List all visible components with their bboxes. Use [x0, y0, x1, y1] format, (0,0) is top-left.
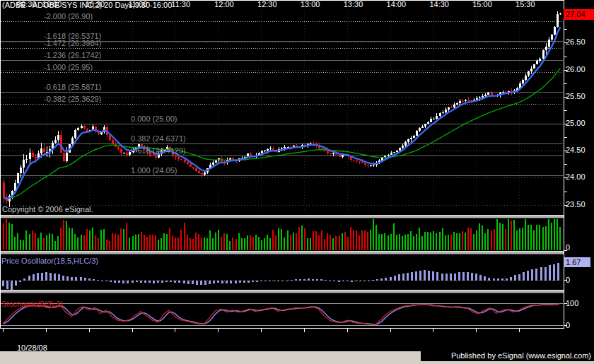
oscillator-zero-label: 0 — [566, 276, 570, 285]
time-axis-label: 12:00 — [214, 0, 234, 9]
volume-zero-label: 0 — [566, 243, 570, 252]
time-axis-label: 11:30 — [171, 0, 190, 9]
fib-level-label: 1.000 (24.05) — [131, 166, 177, 175]
oscillator-bars — [1, 263, 563, 290]
fib-level-label: 0.000 (25.00) — [131, 115, 177, 123]
price-axis-label: 26.00 — [566, 65, 586, 74]
stochastic-lines — [1, 304, 563, 326]
last-price-badge: 27.04 — [564, 9, 594, 20]
time-axis-label: 12:30 — [257, 0, 277, 9]
price-axis-label: 24.00 — [566, 172, 586, 182]
fib-level-label: -1.236 (26.1742) — [44, 51, 101, 59]
fib-level-label: 0.382 (24.6371) — [131, 134, 186, 143]
published-by-text[interactable]: Published by eSignal (www.esignal.com) — [451, 351, 591, 360]
esignal-chart-window: (ADBE - ADOBE SYS INC,2) 20 Days,9:30-16… — [0, 0, 594, 364]
volume-bars — [3, 219, 561, 250]
fib-level-label: 0.618 (24.4129) — [131, 146, 186, 155]
copyright-notice: Copyright © 2006 eSignal. — [2, 205, 93, 214]
stochastic-label: Stochastic(8(3),3) — [1, 300, 63, 309]
plot-frame — [0, 0, 567, 332]
time-axis-label: 11:00 — [129, 0, 148, 9]
time-axis-label: 09:30 — [17, 0, 37, 9]
oscillator-label: Price Oscillator(18,5,HLC/3) — [1, 257, 98, 266]
fib-level-label: -1.000 (25.95) — [44, 63, 93, 71]
stochastic-upper-label: 100 — [566, 299, 578, 308]
price-axis-label: 24.50 — [566, 146, 586, 155]
time-axis-label: 13:30 — [344, 0, 363, 9]
stoch-k-line — [3, 304, 559, 324]
time-axis-label: 15:00 — [472, 0, 492, 9]
stoch-d-line — [3, 305, 559, 325]
footer-bar: Published by eSignal (www.esignal.com) — [421, 351, 594, 361]
fib-level-label: -0.618 (25.5871) — [44, 83, 101, 91]
fib-level-label: -1.472 (26.3984) — [44, 39, 101, 47]
price-axis-label: 25.50 — [566, 92, 586, 101]
price-axis-label: 26.50 — [566, 37, 586, 47]
time-axis-label: 15:30 — [516, 0, 535, 9]
price-axis-label: 25.00 — [566, 119, 586, 128]
time-axis-label: 10:30 — [86, 0, 105, 9]
time-axis-label: 14:30 — [429, 0, 449, 9]
time-axis-label: 10:00 — [42, 0, 62, 9]
fib-level-label: -0.382 (25.3629) — [44, 95, 101, 103]
price-axis-label: 23.50 — [566, 200, 586, 209]
oscillator-value-badge: 1.67 — [564, 257, 590, 267]
stochastic-lower-label: 0 — [566, 321, 570, 330]
time-axis-label: 13:00 — [301, 0, 320, 9]
fib-level-label: -2.000 (26.90) — [44, 12, 93, 20]
time-axis-label: 14:00 — [387, 0, 407, 9]
